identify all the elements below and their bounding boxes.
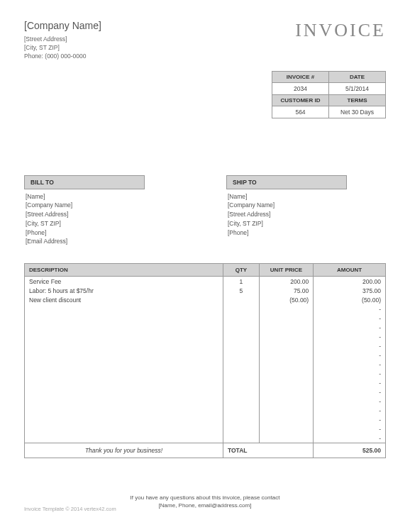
cell-amount: - <box>314 323 386 332</box>
ship-company: [Company Name] <box>228 201 386 210</box>
table-row: Labor: 5 hours at $75/hr575.00375.00 <box>25 286 386 295</box>
meta-invoice-hdr: INVOICE # <box>272 71 329 82</box>
bill-name: [Name] <box>26 192 184 201</box>
cell-price <box>259 350 313 360</box>
copyright: Invoice Template © 2014 vertex42.com <box>24 506 116 512</box>
table-row: - <box>25 387 386 397</box>
invoice-title: INVOICE <box>295 20 386 41</box>
cell-qty: 1 <box>223 277 259 287</box>
cell-qty <box>223 323 259 332</box>
total-amount: 525.00 <box>314 443 386 458</box>
ship-phone: [Phone] <box>228 228 386 238</box>
cell-qty <box>223 406 259 415</box>
cell-qty: 5 <box>223 286 259 295</box>
bill-company: [Company Name] <box>26 201 184 210</box>
cell-description <box>25 387 223 397</box>
bill-phone: [Phone] <box>26 228 184 238</box>
table-row: - <box>25 369 386 378</box>
meta-cust-hdr: CUSTOMER ID <box>272 94 329 106</box>
cell-amount: - <box>314 304 386 314</box>
table-row: - <box>25 424 386 433</box>
contact-line-1: If you have any questions about this inv… <box>24 494 386 501</box>
bill-email: [Email Address] <box>26 237 184 246</box>
ship-to-section: SHIP TO [Name] [Company Name] [Street Ad… <box>226 175 386 247</box>
cell-qty <box>223 415 259 424</box>
cell-price <box>259 397 313 406</box>
cell-description <box>25 378 223 387</box>
bill-to-section: BILL TO [Name] [Company Name] [Street Ad… <box>24 175 184 247</box>
cell-amount: 200.00 <box>314 277 386 287</box>
table-row: - <box>25 323 386 332</box>
total-label: TOTAL <box>223 443 313 458</box>
table-row: - <box>25 314 386 323</box>
cell-qty <box>223 341 259 350</box>
company-phone: Phone: (000) 000-0000 <box>24 52 101 61</box>
table-row: - <box>25 332 386 341</box>
cell-price <box>259 387 313 397</box>
cell-price: 200.00 <box>259 277 313 287</box>
cell-amount: 375.00 <box>314 286 386 295</box>
table-row: - <box>25 341 386 350</box>
cell-price <box>259 323 313 332</box>
cell-price <box>259 341 313 350</box>
cell-price <box>259 424 313 433</box>
cell-price: 75.00 <box>259 286 313 295</box>
bill-city: [City, ST ZIP] <box>26 219 184 228</box>
table-row: - <box>25 397 386 406</box>
company-name: [Company Name] <box>24 20 101 31</box>
cell-qty <box>223 387 259 397</box>
cell-qty <box>223 378 259 387</box>
cell-description <box>25 424 223 433</box>
cell-description <box>25 314 223 323</box>
col-qty: QTY <box>223 264 259 277</box>
cell-qty <box>223 350 259 360</box>
cell-description <box>25 341 223 350</box>
cell-description <box>25 323 223 332</box>
cell-price <box>259 360 313 369</box>
meta-date-hdr: DATE <box>329 71 386 82</box>
cell-amount: - <box>314 369 386 378</box>
cell-qty <box>223 433 259 443</box>
cell-amount: - <box>314 424 386 433</box>
cell-amount: - <box>314 406 386 415</box>
cell-description <box>25 433 223 443</box>
cell-qty <box>223 369 259 378</box>
col-amount: AMOUNT <box>314 264 386 277</box>
bill-street: [Street Address] <box>26 210 184 219</box>
ship-city: [City, ST ZIP] <box>228 219 386 228</box>
cell-qty <box>223 424 259 433</box>
company-street: [Street Address] <box>24 35 101 44</box>
cell-price <box>259 369 313 378</box>
line-items-table: DESCRIPTION QTY UNIT PRICE AMOUNT Servic… <box>24 263 386 458</box>
cell-description <box>25 415 223 424</box>
meta-terms-hdr: TERMS <box>329 94 386 106</box>
meta-date: 5/1/2014 <box>329 82 386 94</box>
cell-description <box>25 360 223 369</box>
ship-street: [Street Address] <box>228 210 386 219</box>
cell-amount: - <box>314 350 386 360</box>
cell-amount: - <box>314 397 386 406</box>
cell-description <box>25 397 223 406</box>
cell-amount: - <box>314 415 386 424</box>
cell-description <box>25 406 223 415</box>
ship-name: [Name] <box>228 192 386 201</box>
cell-description: Labor: 5 hours at $75/hr <box>25 286 223 295</box>
invoice-meta-table: INVOICE # DATE 2034 5/1/2014 CUSTOMER ID… <box>272 71 386 118</box>
cell-description <box>25 332 223 341</box>
cell-price: (50.00) <box>259 295 313 304</box>
table-row: - <box>25 304 386 314</box>
bill-to-header: BILL TO <box>24 175 145 189</box>
cell-description <box>25 350 223 360</box>
col-description: DESCRIPTION <box>25 264 223 277</box>
cell-price <box>259 406 313 415</box>
cell-amount: - <box>314 332 386 341</box>
cell-description <box>25 369 223 378</box>
meta-terms: Net 30 Days <box>329 106 386 118</box>
cell-price <box>259 415 313 424</box>
cell-qty <box>223 332 259 341</box>
table-row: New client discount(50.00)(50.00) <box>25 295 386 304</box>
col-price: UNIT PRICE <box>259 264 313 277</box>
cell-description: New client discount <box>25 295 223 304</box>
meta-invoice: 2034 <box>272 82 329 94</box>
cell-amount: (50.00) <box>314 295 386 304</box>
